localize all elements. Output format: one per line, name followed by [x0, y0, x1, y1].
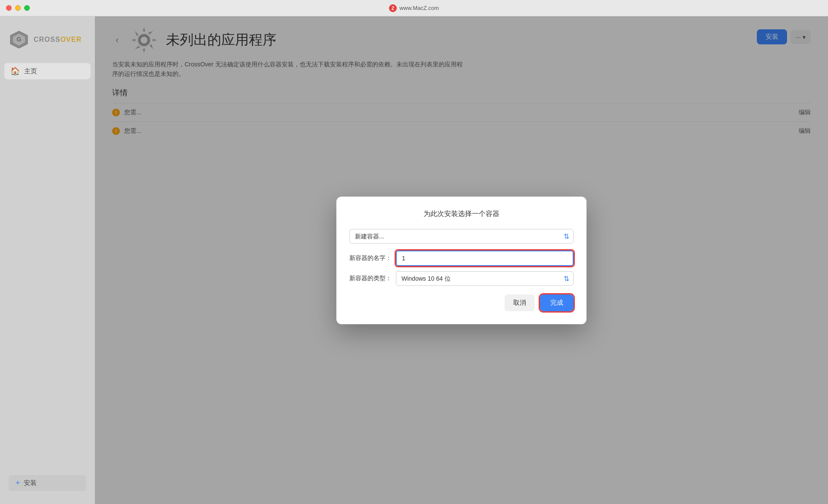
sidebar-item-home-label: 主页: [24, 67, 37, 75]
logo-text: CROSSOVER: [34, 36, 82, 44]
done-button[interactable]: 完成: [540, 294, 574, 311]
sidebar-install-button[interactable]: + 安装: [9, 475, 86, 491]
minimize-button[interactable]: [15, 5, 21, 11]
type-form-row: 新容器的类型： Windows 10 64 位 Windows 7 Window…: [349, 271, 574, 286]
cancel-button[interactable]: 取消: [505, 294, 535, 311]
container-select[interactable]: 新建容器...: [349, 229, 574, 244]
crossover-logo-icon: G: [9, 29, 29, 50]
name-input-wrapper: [396, 250, 574, 266]
done-button-wrapper: 完成: [540, 294, 574, 311]
plus-icon: +: [16, 479, 20, 488]
z-logo-icon: Z: [389, 4, 397, 12]
modal-dialog: 为此次安装选择一个容器 新建容器... ⇅ 新容器的名字：: [336, 197, 586, 324]
modal-actions: 取消 完成: [349, 294, 574, 311]
titlebar-title: Z www.MacZ.com: [389, 4, 439, 12]
svg-text:G: G: [17, 36, 22, 43]
name-label: 新容器的名字：: [349, 254, 392, 262]
sidebar-logo: G CROSSOVER: [0, 25, 95, 63]
titlebar: Z www.MacZ.com: [0, 0, 828, 16]
container-select-wrapper: 新建容器... ⇅: [349, 229, 574, 244]
sidebar-nav: 🏠 主页: [0, 63, 95, 471]
container-select-field: 新建容器... ⇅: [349, 229, 574, 244]
sidebar-bottom: + 安装: [0, 471, 95, 495]
home-icon: 🏠: [10, 66, 20, 76]
traffic-lights: [6, 5, 30, 11]
name-input[interactable]: [396, 250, 574, 266]
name-form-row: 新容器的名字：: [349, 250, 574, 266]
app-container: G CROSSOVER 🏠 主页 + 安装 ‹: [0, 16, 828, 504]
sidebar: G CROSSOVER 🏠 主页 + 安装: [0, 16, 95, 504]
type-select-wrapper: Windows 10 64 位 Windows 7 Windows XP ⇅: [396, 271, 574, 286]
modal-overlay: 为此次安装选择一个容器 新建容器... ⇅ 新容器的名字：: [95, 16, 828, 504]
sidebar-item-home[interactable]: 🏠 主页: [4, 63, 91, 79]
maximize-button[interactable]: [24, 5, 30, 11]
titlebar-url: www.MacZ.com: [399, 5, 439, 11]
main-content: ‹ 未列出的应用程序: [95, 16, 828, 504]
modal-title: 为此次安装选择一个容器: [349, 210, 574, 219]
type-select[interactable]: Windows 10 64 位 Windows 7 Windows XP: [396, 271, 574, 286]
sidebar-install-label: 安装: [24, 479, 37, 487]
close-button[interactable]: [6, 5, 12, 11]
type-label: 新容器的类型：: [349, 275, 392, 282]
